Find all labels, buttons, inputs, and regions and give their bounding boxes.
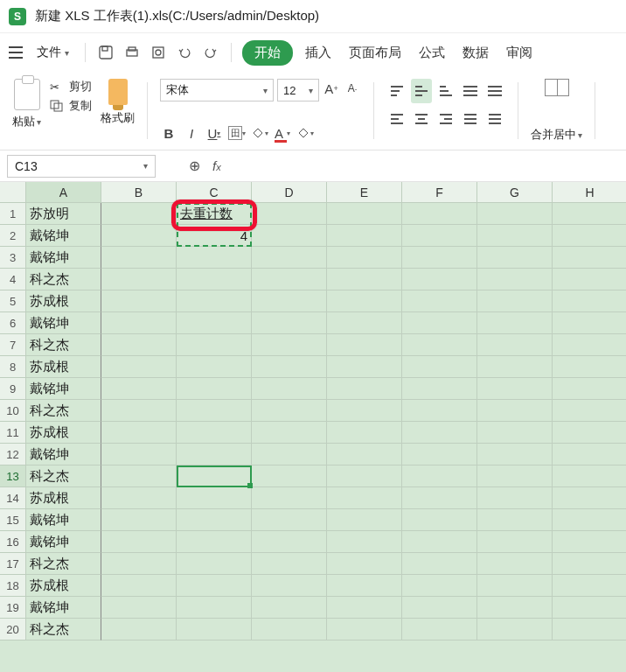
cell-H6[interactable] bbox=[553, 312, 626, 334]
cell-B8[interactable] bbox=[101, 356, 177, 378]
cell-A16[interactable]: 戴铭坤 bbox=[26, 531, 101, 553]
cell-A11[interactable]: 苏成根 bbox=[26, 422, 101, 444]
save-icon[interactable] bbox=[96, 43, 115, 62]
row-header-14[interactable]: 14 bbox=[0, 487, 26, 509]
cell-B19[interactable] bbox=[101, 597, 177, 619]
tab-review[interactable]: 审阅 bbox=[501, 41, 538, 65]
font-color-button[interactable]: A▾ bbox=[274, 123, 291, 143]
cell-H19[interactable] bbox=[553, 597, 626, 619]
row-header-12[interactable]: 12 bbox=[0, 444, 26, 466]
cell-D11[interactable] bbox=[252, 422, 327, 444]
row-header-20[interactable]: 20 bbox=[0, 619, 26, 640]
cell-A1[interactable]: 苏放明 bbox=[26, 203, 101, 225]
cell-A5[interactable]: 苏成根 bbox=[26, 290, 101, 312]
cell-B10[interactable] bbox=[101, 400, 177, 422]
cell-G18[interactable] bbox=[477, 575, 553, 597]
increase-font-icon[interactable]: A+ bbox=[323, 79, 340, 98]
cell-F17[interactable] bbox=[402, 553, 477, 575]
column-header-H[interactable]: H bbox=[553, 182, 626, 203]
cell-E16[interactable] bbox=[327, 531, 402, 553]
cell-B16[interactable] bbox=[101, 531, 177, 553]
column-header-F[interactable]: F bbox=[402, 182, 477, 203]
row-header-3[interactable]: 3 bbox=[0, 247, 26, 269]
cell-F2[interactable] bbox=[402, 225, 477, 247]
column-header-G[interactable]: G bbox=[477, 182, 553, 203]
print-icon[interactable] bbox=[122, 43, 142, 62]
tab-layout[interactable]: 页面布局 bbox=[344, 41, 407, 65]
cell-H17[interactable] bbox=[553, 553, 626, 575]
tab-formula[interactable]: 公式 bbox=[414, 41, 450, 65]
cell-D19[interactable] bbox=[252, 597, 327, 619]
cell-A8[interactable]: 苏成根 bbox=[26, 356, 101, 378]
cell-E15[interactable] bbox=[327, 509, 402, 531]
cell-F6[interactable] bbox=[402, 312, 477, 334]
cell-G2[interactable] bbox=[477, 225, 553, 247]
cell-D9[interactable] bbox=[252, 378, 327, 400]
cell-E4[interactable] bbox=[327, 269, 402, 290]
cell-D17[interactable] bbox=[252, 553, 327, 575]
cell-E5[interactable] bbox=[327, 290, 402, 312]
cell-H7[interactable] bbox=[553, 334, 626, 356]
row-header-10[interactable]: 10 bbox=[0, 400, 26, 422]
cell-B2[interactable] bbox=[101, 225, 177, 247]
cell-E12[interactable] bbox=[327, 444, 402, 466]
cell-A17[interactable]: 科之杰 bbox=[26, 553, 101, 575]
orientation-icon[interactable] bbox=[484, 107, 505, 131]
cell-F7[interactable] bbox=[402, 334, 477, 356]
cell-B6[interactable] bbox=[101, 312, 177, 334]
cell-C7[interactable] bbox=[177, 334, 252, 356]
paste-button[interactable]: 粘贴▾ bbox=[12, 114, 41, 130]
cell-D16[interactable] bbox=[252, 531, 327, 553]
cell-C17[interactable] bbox=[177, 553, 252, 575]
align-center-icon[interactable] bbox=[411, 107, 432, 131]
row-header-1[interactable]: 1 bbox=[0, 203, 26, 225]
tab-start[interactable]: 开始 bbox=[242, 40, 293, 66]
cell-F4[interactable] bbox=[402, 269, 477, 290]
cell-B11[interactable] bbox=[101, 422, 177, 444]
cell-H16[interactable] bbox=[553, 531, 626, 553]
cell-E13[interactable] bbox=[327, 466, 402, 487]
print-preview-icon[interactable] bbox=[149, 43, 168, 62]
cell-C14[interactable] bbox=[177, 487, 252, 509]
align-top-icon[interactable] bbox=[386, 79, 407, 103]
indent-increase-icon[interactable] bbox=[484, 79, 505, 103]
cell-B15[interactable] bbox=[101, 509, 177, 531]
zoom-icon[interactable]: ⊕ bbox=[189, 158, 200, 174]
cell-G8[interactable] bbox=[477, 356, 553, 378]
cell-G16[interactable] bbox=[477, 531, 553, 553]
decrease-font-icon[interactable]: A- bbox=[344, 79, 361, 98]
cell-B12[interactable] bbox=[101, 444, 177, 466]
row-header-9[interactable]: 9 bbox=[0, 378, 26, 400]
cell-F18[interactable] bbox=[402, 575, 477, 597]
select-all-corner[interactable] bbox=[0, 182, 26, 203]
row-header-5[interactable]: 5 bbox=[0, 290, 26, 312]
cell-H12[interactable] bbox=[553, 444, 626, 466]
cell-B14[interactable] bbox=[101, 487, 177, 509]
column-header-B[interactable]: B bbox=[101, 182, 177, 203]
cell-F16[interactable] bbox=[402, 531, 477, 553]
cell-F10[interactable] bbox=[402, 400, 477, 422]
cell-C20[interactable] bbox=[177, 619, 252, 640]
cell-C19[interactable] bbox=[177, 597, 252, 619]
cell-B4[interactable] bbox=[101, 269, 177, 290]
cell-G7[interactable] bbox=[477, 334, 553, 356]
cell-F3[interactable] bbox=[402, 247, 477, 269]
cell-A13[interactable]: 科之杰 bbox=[26, 466, 101, 487]
redo-icon[interactable] bbox=[201, 43, 220, 62]
cell-C10[interactable] bbox=[177, 400, 252, 422]
row-header-19[interactable]: 19 bbox=[0, 597, 26, 619]
cell-C6[interactable] bbox=[177, 312, 252, 334]
align-bottom-icon[interactable] bbox=[435, 79, 456, 103]
cell-A15[interactable]: 戴铭坤 bbox=[26, 509, 101, 531]
row-header-8[interactable]: 8 bbox=[0, 356, 26, 378]
cell-D20[interactable] bbox=[252, 619, 327, 640]
cell-E8[interactable] bbox=[327, 356, 402, 378]
paste-icon[interactable] bbox=[14, 79, 40, 110]
cell-C11[interactable] bbox=[177, 422, 252, 444]
cell-A12[interactable]: 戴铭坤 bbox=[26, 444, 101, 466]
cell-B18[interactable] bbox=[101, 575, 177, 597]
row-header-7[interactable]: 7 bbox=[0, 334, 26, 356]
cell-G6[interactable] bbox=[477, 312, 553, 334]
undo-icon[interactable] bbox=[175, 43, 194, 62]
indent-decrease-icon[interactable] bbox=[460, 79, 481, 103]
